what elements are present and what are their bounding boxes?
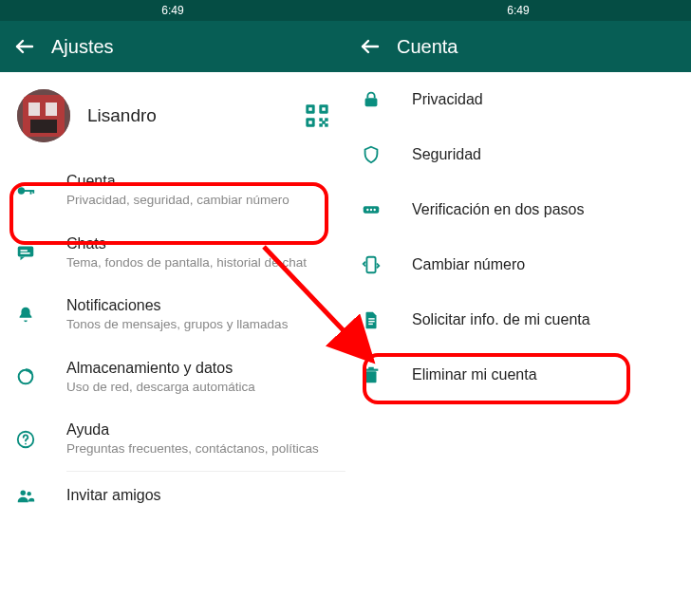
settings-screen: 6:49 Ajustes Lisandro [0, 0, 346, 616]
app-bar: Cuenta [346, 21, 691, 72]
row-subtitle: Tema, fondos de pantalla, historial de c… [66, 254, 330, 271]
help-icon [15, 429, 36, 450]
row-label: Ayuda [66, 421, 330, 439]
qr-code-button[interactable] [304, 103, 330, 129]
svg-point-35 [373, 209, 375, 211]
svg-rect-21 [18, 247, 34, 257]
row-label: Solicitar info. de mi cuenta [412, 311, 676, 328]
row-subtitle: Uso de red, descarga automática [66, 379, 330, 396]
bell-icon [15, 305, 36, 326]
svg-rect-9 [322, 107, 326, 111]
account-item-security[interactable]: Seguridad [346, 127, 691, 182]
svg-rect-40 [366, 371, 377, 383]
row-label: Chats [66, 235, 330, 252]
status-bar: 6:49 [346, 0, 691, 21]
settings-item-notifications[interactable]: Notificaciones Tonos de mensajes, grupos… [0, 284, 346, 346]
row-label: Cambiar número [412, 256, 676, 273]
trash-icon [361, 364, 382, 385]
svg-rect-37 [368, 318, 374, 319]
row-label: Seguridad [412, 146, 676, 163]
shield-icon [361, 144, 382, 165]
account-item-privacy[interactable]: Privacidad [346, 72, 691, 127]
row-subtitle: Preguntas frecuentes, contáctanos, polít… [66, 440, 330, 457]
document-icon [361, 309, 382, 330]
chat-icon [15, 242, 36, 263]
svg-rect-23 [21, 251, 28, 252]
svg-rect-7 [308, 107, 312, 111]
avatar [17, 89, 70, 142]
pin-icon [361, 199, 382, 220]
page-title: Ajustes [51, 36, 114, 58]
arrow-left-icon [13, 35, 36, 58]
account-screen: 6:49 Cuenta Privacidad Seguridad Verific… [346, 0, 691, 616]
row-label: Cuenta [66, 173, 330, 190]
settings-item-chats[interactable]: Chats Tema, fondos de pantalla, historia… [0, 222, 346, 285]
svg-marker-22 [21, 257, 26, 261]
svg-rect-31 [365, 98, 378, 106]
data-usage-icon [15, 366, 36, 387]
svg-rect-5 [30, 120, 57, 133]
svg-rect-39 [368, 324, 373, 325]
svg-rect-24 [21, 252, 30, 254]
arrow-left-icon [359, 35, 382, 58]
account-item-delete[interactable]: Eliminar mi cuenta [346, 347, 691, 402]
row-subtitle: Privacidad, seguridad, cambiar número [66, 192, 330, 209]
key-icon [15, 180, 36, 201]
status-time: 6:49 [507, 4, 529, 17]
svg-point-27 [25, 443, 27, 445]
lock-icon [361, 89, 382, 110]
settings-item-account[interactable]: Cuenta Privacidad, seguridad, cambiar nú… [0, 159, 346, 222]
settings-item-invite[interactable]: Invitar amigos [0, 472, 346, 519]
svg-rect-36 [366, 257, 375, 273]
row-label: Almacenamiento y datos [66, 360, 330, 377]
svg-rect-38 [368, 321, 374, 322]
account-item-request-info[interactable]: Solicitar info. de mi cuenta [346, 292, 691, 347]
row-subtitle: Tonos de mensajes, grupos y llamadas [66, 316, 330, 333]
account-item-change-number[interactable]: Cambiar número [346, 237, 691, 292]
svg-point-29 [27, 492, 30, 495]
people-icon [15, 485, 36, 506]
back-button[interactable] [353, 29, 387, 64]
svg-point-34 [370, 209, 372, 211]
settings-item-help[interactable]: Ayuda Preguntas frecuentes, contáctanos,… [0, 408, 346, 471]
sim-swap-icon [361, 254, 382, 275]
settings-item-storage[interactable]: Almacenamiento y datos Uso de red, desca… [0, 346, 346, 409]
account-item-two-step[interactable]: Verificación en dos pasos [346, 182, 691, 237]
qr-code-icon [304, 103, 330, 129]
row-label: Notificaciones [66, 297, 330, 314]
status-time: 6:49 [161, 4, 183, 17]
svg-rect-11 [308, 121, 312, 124]
svg-rect-4 [46, 103, 57, 116]
svg-rect-42 [368, 367, 374, 369]
svg-point-28 [21, 490, 27, 495]
app-bar: Ajustes [0, 21, 346, 72]
svg-rect-20 [32, 190, 34, 194]
svg-point-33 [366, 209, 368, 211]
back-button[interactable] [8, 29, 42, 64]
row-label: Eliminar mi cuenta [412, 366, 676, 383]
profile-row[interactable]: Lisandro [0, 72, 346, 159]
row-label: Verificación en dos pasos [412, 201, 676, 218]
svg-rect-18 [24, 190, 33, 192]
row-label: Privacidad [412, 91, 676, 108]
svg-rect-3 [28, 103, 40, 116]
svg-point-17 [18, 187, 25, 194]
status-bar: 6:49 [0, 0, 346, 21]
svg-rect-19 [30, 190, 32, 195]
row-label: Invitar amigos [66, 487, 330, 504]
page-title: Cuenta [397, 36, 458, 58]
profile-name: Lisandro [87, 105, 304, 126]
svg-rect-16 [322, 121, 326, 124]
